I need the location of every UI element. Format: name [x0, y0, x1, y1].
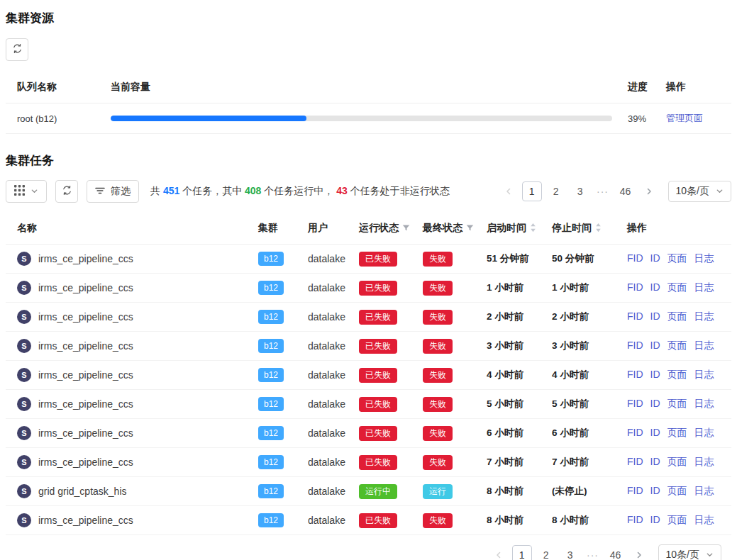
- pagination-page-3[interactable]: 3: [570, 181, 590, 201]
- action-link-page[interactable]: 页面: [667, 281, 687, 294]
- cluster-badge: b12: [258, 397, 284, 411]
- pagination-page-1[interactable]: 1: [522, 181, 542, 201]
- refresh-icon: [12, 43, 23, 56]
- stop-time: 4 小时前: [552, 369, 627, 381]
- action-link-log[interactable]: 日志: [694, 310, 714, 323]
- action-link-log[interactable]: 日志: [694, 485, 714, 498]
- pagination-page-3[interactable]: 3: [560, 545, 580, 560]
- stop-time: 2 小时前: [552, 310, 627, 323]
- filter-funnel-icon[interactable]: [466, 223, 474, 234]
- action-link-id[interactable]: ID: [650, 456, 660, 469]
- column-header-start-time[interactable]: 启动时间: [487, 222, 552, 235]
- action-link-log[interactable]: 日志: [694, 281, 714, 294]
- row-actions: FIDID页面日志: [627, 427, 728, 439]
- cluster-tasks-table: 名称集群用户运行状态最终状态启动时间停止时间操作 S irms_ce_pipel…: [6, 213, 731, 535]
- action-link-page[interactable]: 页面: [667, 340, 687, 352]
- sort-carets-icon[interactable]: [595, 223, 602, 235]
- action-link-id[interactable]: ID: [650, 485, 660, 498]
- action-link-fid[interactable]: FID: [627, 340, 643, 352]
- action-link-fid[interactable]: FID: [627, 252, 643, 265]
- cluster-resources-section: 集群资源 队列名称 当前容量 进度 操作 root (b12): [6, 10, 731, 134]
- row-actions: FIDID页面日志: [627, 514, 728, 527]
- action-link-id[interactable]: ID: [650, 340, 660, 352]
- cluster-badge: b12: [258, 281, 284, 295]
- pagination-prev-icon[interactable]: [489, 546, 508, 560]
- action-link-log[interactable]: 日志: [694, 514, 714, 527]
- action-link-log[interactable]: 日志: [694, 456, 714, 469]
- filter-funnel-icon[interactable]: [402, 223, 410, 234]
- user-name: datalake: [308, 340, 359, 352]
- user-name: datalake: [308, 515, 359, 526]
- resources-refresh-button[interactable]: [6, 38, 28, 61]
- column-label: 集群: [258, 222, 278, 235]
- action-link-fid[interactable]: FID: [627, 427, 643, 439]
- action-link-id[interactable]: ID: [650, 252, 660, 265]
- action-link-page[interactable]: 页面: [667, 456, 687, 469]
- pagination-page-1[interactable]: 1: [512, 545, 532, 560]
- column-header-final-status[interactable]: 最终状态: [423, 222, 487, 235]
- page-size-select[interactable]: 10条/页: [668, 181, 731, 202]
- action-link-fid[interactable]: FID: [627, 369, 643, 381]
- action-link-id[interactable]: ID: [650, 369, 660, 381]
- spark-avatar: S: [17, 368, 31, 382]
- spark-avatar: S: [17, 310, 31, 324]
- action-link-id[interactable]: ID: [650, 427, 660, 439]
- stop-time: (未停止): [552, 485, 627, 498]
- row-actions: FIDID页面日志: [627, 398, 728, 410]
- action-link-page[interactable]: 页面: [667, 369, 687, 381]
- pagination-next-icon[interactable]: [630, 546, 648, 560]
- user-name: datalake: [308, 253, 359, 264]
- action-link-fid[interactable]: FID: [627, 456, 643, 469]
- action-link-id[interactable]: ID: [650, 398, 660, 410]
- pagination-page-46[interactable]: 46: [606, 545, 626, 560]
- action-link-page[interactable]: 页面: [667, 427, 687, 439]
- action-link-fid[interactable]: FID: [627, 310, 643, 323]
- action-link-page[interactable]: 页面: [667, 398, 687, 410]
- pagination-ellipsis[interactable]: ···: [594, 186, 611, 197]
- action-link-log[interactable]: 日志: [694, 398, 714, 410]
- action-link-page[interactable]: 页面: [667, 485, 687, 498]
- table-row: root (b12) 39% 管理页面: [6, 103, 731, 134]
- action-link-log[interactable]: 日志: [694, 252, 714, 265]
- pagination-next-icon[interactable]: [640, 182, 658, 201]
- action-link-page[interactable]: 页面: [667, 514, 687, 527]
- filter-button[interactable]: 筛选: [87, 180, 139, 203]
- action-link-fid[interactable]: FID: [627, 485, 643, 498]
- action-link-page[interactable]: 页面: [667, 310, 687, 323]
- pagination-prev-icon[interactable]: [499, 182, 518, 201]
- action-link-page[interactable]: 页面: [667, 252, 687, 265]
- summary-text: 个任务，其中: [179, 185, 245, 196]
- action-link-fid[interactable]: FID: [627, 281, 643, 294]
- page-size-select[interactable]: 10条/页: [658, 544, 721, 560]
- row-actions: FIDID页面日志: [627, 485, 728, 498]
- final-status-badge: 失败: [423, 368, 453, 383]
- final-status-badge: 失败: [423, 513, 453, 528]
- pagination-page-2[interactable]: 2: [546, 181, 566, 201]
- action-link-id[interactable]: ID: [650, 281, 660, 294]
- task-name: irms_ce_pipeline_ccs: [38, 457, 133, 468]
- action-link-fid[interactable]: FID: [627, 398, 643, 410]
- manage-page-link[interactable]: 管理页面: [666, 113, 703, 123]
- spark-avatar: S: [17, 252, 31, 266]
- action-link-fid[interactable]: FID: [627, 514, 643, 527]
- pagination-page-2[interactable]: 2: [536, 545, 556, 560]
- action-link-log[interactable]: 日志: [694, 340, 714, 352]
- column-header-stop-time[interactable]: 停止时间: [552, 222, 627, 235]
- cluster-badge: b12: [258, 513, 284, 527]
- action-link-log[interactable]: 日志: [694, 369, 714, 381]
- tasks-toolbar: 筛选 共 451 个任务，其中 408 个任务运行中， 43 个任务处于非运行状…: [6, 180, 731, 203]
- pagination-ellipsis[interactable]: ···: [584, 549, 602, 560]
- tasks-refresh-button[interactable]: [55, 180, 78, 203]
- action-link-id[interactable]: ID: [650, 310, 660, 323]
- action-link-log[interactable]: 日志: [694, 427, 714, 439]
- sort-carets-icon[interactable]: [530, 223, 536, 235]
- column-header-current-capacity: 当前容量: [111, 81, 622, 94]
- column-header-run-status[interactable]: 运行状态: [359, 222, 423, 235]
- final-status-badge: 失败: [423, 426, 453, 441]
- user-name: datalake: [308, 486, 359, 497]
- pagination-page-46[interactable]: 46: [616, 181, 636, 201]
- cluster-badge: b12: [258, 252, 284, 266]
- action-link-id[interactable]: ID: [650, 514, 660, 527]
- view-layout-button[interactable]: [6, 180, 47, 203]
- summary-text: 个任务处于非运行状态: [348, 185, 450, 196]
